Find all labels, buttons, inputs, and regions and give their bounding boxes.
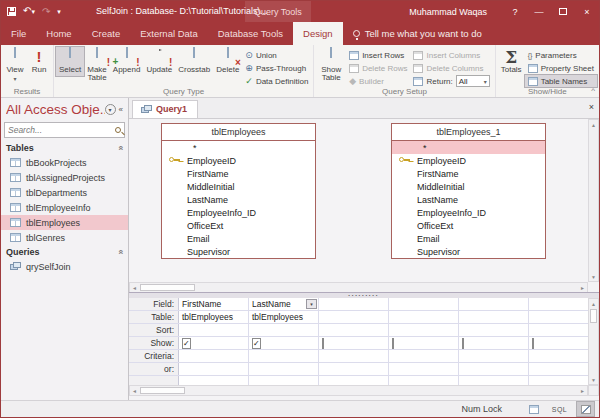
show-cell[interactable]: ✓ — [249, 337, 319, 349]
scroll-up-icon[interactable]: ▲ — [589, 299, 598, 308]
search-input[interactable] — [8, 125, 115, 135]
update-button[interactable]: ! Update — [143, 47, 175, 76]
query-design-top-pane[interactable]: tblEmployees * EmployeeID FirstName Midd… — [129, 119, 588, 282]
table-cell[interactable] — [459, 311, 529, 323]
or-cell[interactable] — [529, 363, 587, 375]
close-button[interactable]: × — [575, 1, 599, 22]
delete-query-button[interactable]: × Delete — [213, 47, 242, 76]
field-row[interactable]: EmployeeInfo_ID — [392, 206, 545, 219]
view-button[interactable]: View ▾ — [3, 47, 27, 85]
field-list-title[interactable]: tblEmployees — [162, 124, 315, 141]
field-row[interactable]: Email — [392, 232, 545, 245]
grid-horizontal-scrollbar[interactable]: ◄ ► — [129, 385, 588, 396]
nav-item-table[interactable]: tblEmployeeInfo — [1, 200, 128, 215]
tab-database-tools[interactable]: Database Tools — [208, 22, 293, 45]
or-cell[interactable] — [319, 363, 389, 375]
show-cell[interactable] — [319, 337, 389, 349]
show-checkbox[interactable] — [392, 338, 394, 349]
field-list-tblEmployees[interactable]: tblEmployees * EmployeeID FirstName Midd… — [161, 123, 316, 259]
collapse-section-icon[interactable]: « — [115, 145, 125, 150]
table-cell[interactable] — [529, 311, 587, 323]
field-row-star[interactable]: * — [162, 141, 315, 154]
minimize-button[interactable]: — — [527, 1, 551, 22]
field-row[interactable]: OfficeExt — [162, 219, 315, 232]
tab-file[interactable]: File — [1, 22, 36, 45]
property-sheet-button[interactable]: Property Sheet — [525, 62, 597, 74]
field-list-tblEmployees_1[interactable]: tblEmployees_1 * EmployeeID FirstName Mi… — [391, 123, 546, 259]
collapse-ribbon-icon[interactable]: ^ — [591, 86, 595, 95]
return-combobox[interactable]: All ▾ — [456, 75, 490, 87]
design-view-button[interactable] — [577, 402, 594, 416]
pass-through-button[interactable]: ⊕Pass-Through — [242, 62, 311, 74]
return-dropdown-icon[interactable]: ▾ — [484, 78, 487, 85]
field-list-title[interactable]: tblEmployees_1 — [392, 124, 545, 141]
nav-menu-icon[interactable]: ▾ — [105, 104, 116, 115]
grid-vertical-scrollbar[interactable]: ▲ ▼ — [588, 298, 599, 385]
field-row[interactable]: Email — [162, 232, 315, 245]
account-name[interactable]: Muhammad Waqas — [409, 7, 487, 17]
criteria-cell[interactable] — [529, 350, 587, 362]
nav-item-table[interactable]: tblDepartments — [1, 185, 128, 200]
nav-pane-header[interactable]: All Access Obje... ▾ « — [1, 98, 128, 121]
nav-item-table[interactable]: tbBookProjects — [1, 155, 128, 170]
field-cell[interactable] — [319, 298, 389, 310]
undo-icon[interactable]: ↶▾ — [23, 6, 35, 17]
field-row-star-selected[interactable]: * — [392, 141, 545, 154]
field-row[interactable]: OfficeExt — [392, 219, 545, 232]
parameters-button[interactable]: {}Parameters — [525, 49, 597, 61]
criteria-cell[interactable] — [459, 350, 529, 362]
nav-item-table-selected[interactable]: tblEmployees — [1, 215, 128, 230]
show-checkbox-checked[interactable]: ✓ — [252, 338, 261, 349]
tab-create[interactable]: Create — [82, 22, 131, 45]
customize-qat-icon[interactable]: ▾ — [57, 7, 61, 17]
tab-external-data[interactable]: External Data — [130, 22, 208, 45]
field-row[interactable]: EmployeeID — [392, 154, 545, 167]
sort-cell[interactable] — [319, 324, 389, 336]
field-row[interactable]: FirstName — [162, 167, 315, 180]
scroll-left-icon[interactable]: ◄ — [130, 283, 139, 292]
table-names-button[interactable]: Table Names — [525, 75, 597, 87]
collapse-section-icon[interactable]: « — [115, 249, 125, 254]
show-checkbox[interactable] — [532, 338, 534, 349]
scrollbar-thumb[interactable] — [140, 284, 195, 291]
tell-me-box[interactable]: Tell me what you want to do — [343, 22, 492, 45]
nav-item-table[interactable]: tblAssignedProjects — [1, 170, 128, 185]
show-table-button[interactable]: Show Table — [316, 47, 346, 84]
top-pane-vertical-scrollbar[interactable]: ▲ ▼ — [588, 119, 599, 282]
close-document-icon[interactable]: × — [589, 102, 594, 112]
criteria-cell[interactable] — [389, 350, 459, 362]
field-row[interactable]: LastName — [392, 193, 545, 206]
shutter-bar-close-icon[interactable]: « — [119, 105, 123, 114]
scroll-up-icon[interactable]: ▲ — [589, 120, 598, 129]
field-row[interactable]: MiddleInitial — [162, 180, 315, 193]
nav-item-table[interactable]: tblGenres — [1, 230, 128, 245]
field-dropdown-icon[interactable]: ▾ — [306, 299, 317, 309]
table-cell[interactable] — [389, 311, 459, 323]
nav-search-box[interactable] — [4, 122, 125, 138]
make-table-button[interactable]: ! Make Table — [84, 47, 110, 84]
document-tab-query1[interactable]: Query1 — [132, 100, 198, 118]
field-cell-active[interactable]: LastName▾ — [249, 298, 319, 310]
nav-item-query[interactable]: qrySelfJoin — [1, 259, 128, 274]
show-cell[interactable]: ✓ — [179, 337, 249, 349]
sort-cell[interactable] — [389, 324, 459, 336]
scroll-down-icon[interactable]: ▼ — [589, 272, 598, 281]
field-cell[interactable]: FirstName — [179, 298, 249, 310]
show-cell[interactable] — [459, 337, 529, 349]
tab-design[interactable]: Design — [293, 22, 343, 45]
crosstab-button[interactable]: Crosstab — [175, 47, 213, 76]
or-cell[interactable] — [179, 363, 249, 375]
section-tables[interactable]: Tables « — [1, 141, 128, 155]
query-design-grid[interactable]: Field: FirstName LastName▾ Table: tblEmp… — [129, 298, 588, 385]
table-cell[interactable]: tblEmployees — [179, 311, 249, 323]
table-cell[interactable] — [319, 311, 389, 323]
criteria-cell[interactable] — [319, 350, 389, 362]
criteria-cell[interactable] — [249, 350, 319, 362]
or-cell[interactable] — [459, 363, 529, 375]
table-cell[interactable]: tblEmployees — [249, 311, 319, 323]
run-button[interactable]: ! Run — [27, 47, 51, 76]
field-cell[interactable] — [459, 298, 529, 310]
help-button[interactable]: ? — [503, 1, 527, 22]
sort-cell[interactable] — [459, 324, 529, 336]
search-icon[interactable] — [115, 127, 121, 133]
